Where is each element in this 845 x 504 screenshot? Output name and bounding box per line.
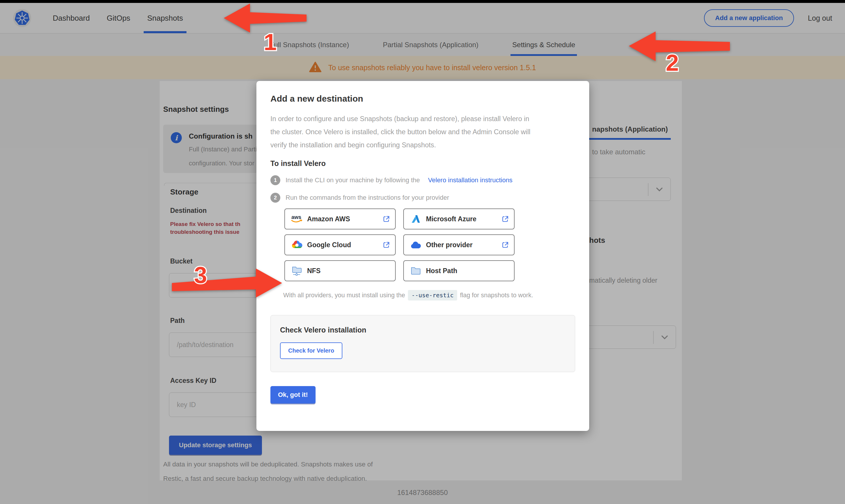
provider-other-button[interactable]: Other provider [403, 234, 514, 255]
use-restic-flag-chip: --use-restic [408, 290, 457, 301]
modal-title: Add a new destination [270, 94, 575, 104]
provider-label: Amazon AWS [307, 215, 350, 223]
check-velero-heading: Check Velero installation [280, 326, 566, 334]
aws-icon: aws [290, 214, 304, 223]
external-link-icon [383, 241, 390, 248]
add-destination-modal: Add a new destination In order to config… [257, 81, 589, 431]
step-2-badge: 2 [270, 193, 280, 203]
check-for-velero-button[interactable]: Check for Velero [280, 342, 342, 359]
provider-label: Host Path [426, 267, 457, 275]
external-link-icon [502, 241, 509, 248]
external-link-icon [383, 215, 390, 222]
provider-amazon-aws-button[interactable]: aws Amazon AWS [284, 209, 396, 230]
provider-google-cloud-button[interactable]: Google Cloud [284, 234, 396, 255]
google-cloud-icon [290, 240, 304, 249]
host-path-folder-icon [409, 266, 423, 275]
restic-note-before: With all providers, you must install usi… [283, 292, 405, 299]
install-velero-heading: To install Velero [270, 159, 575, 168]
install-step-2: 2 Run the commands from the instructions… [270, 193, 575, 203]
admin-console-screen: Dashboard GitOps Snapshots Add a new app… [0, 0, 845, 504]
step-1-badge: 1 [270, 175, 280, 185]
modal-intro: In order to configure and use Snapshots … [270, 112, 534, 152]
provider-label: Other provider [426, 241, 473, 249]
install-step-1: 1 Install the CLI on your machine by fol… [270, 175, 575, 185]
check-velero-section: Check Velero installation Check for Vele… [270, 315, 575, 372]
ok-got-it-button[interactable]: Ok, got it! [270, 386, 316, 403]
nfs-icon [290, 266, 304, 276]
provider-label: Google Cloud [307, 241, 351, 249]
provider-label: Microsoft Azure [426, 215, 476, 223]
azure-icon [409, 215, 423, 223]
provider-grid: aws Amazon AWS [284, 209, 575, 281]
provider-nfs-button[interactable]: NFS [284, 260, 396, 281]
restic-note: With all providers, you must install usi… [283, 290, 575, 301]
restic-note-after: flag for snapshots to work. [460, 292, 533, 299]
provider-microsoft-azure-button[interactable]: Microsoft Azure [403, 209, 514, 230]
step-2-text: Run the commands from the instructions f… [285, 194, 449, 201]
step-1-text: Install the CLI on your machine by follo… [285, 177, 420, 184]
provider-label: NFS [307, 267, 320, 275]
velero-instructions-link[interactable]: Velero installation instructions [428, 177, 512, 184]
provider-host-path-button[interactable]: Host Path [403, 260, 514, 281]
cloud-icon [409, 241, 423, 249]
svg-text:aws: aws [292, 214, 301, 220]
external-link-icon [502, 215, 509, 222]
